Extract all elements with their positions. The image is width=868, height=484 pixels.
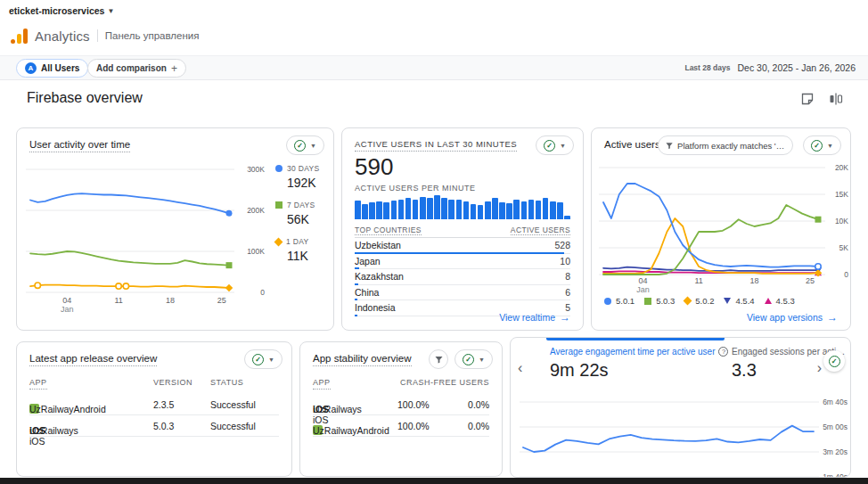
crash-free-pct: 100.0% [397,399,430,410]
table-row[interactable]: UzRailwayAndroid 100.0% 0.0% [313,415,489,437]
note-icon[interactable] [800,92,815,106]
minute-bar [391,201,397,219]
legend-marker-icon [604,298,611,305]
minute-bar [463,201,470,219]
legend-item: 5.0.2 [684,296,714,306]
col-crash-free: CRASH-FREE USERS [400,378,489,387]
app-version: 2.3.5 [153,399,174,410]
app-bar: Analytics Панель управления [11,28,199,44]
chart-status-menu[interactable]: ✓ ▼ [454,349,493,369]
title-metric[interactable]: Active users [604,139,660,150]
product-name: Analytics [35,29,90,44]
all-users-segment-chip[interactable]: A All Users [16,59,88,78]
table-row[interactable]: iOS UzRailways iOS 100.0% 0.0% [313,394,489,415]
check-circle-icon: ✓ [463,354,474,365]
date-range-picker[interactable]: Last 28 days Dec 30, 2025 - Jan 26, 2026 [684,62,856,73]
project-name: eticket-microservices [9,5,104,16]
y-axis: 20K15K10K5K0 [825,164,848,280]
app-version: 5.0.3 [153,421,174,431]
col-version: VERSION [153,378,192,387]
help-icon[interactable]: ? [718,347,728,357]
country-users: 528 [554,240,570,250]
legend-label: 5.0.3 [656,296,675,306]
legend-label: 4.5.3 [776,296,795,306]
country-row[interactable]: Japan 10 [355,254,570,270]
col-app: APP [313,378,331,390]
country-name: Japan [355,256,381,267]
legend-marker-icon [275,201,283,209]
minute-bar [478,205,484,219]
user-activity-card: User activity over time ✓ ▼ 300K200K100K… [16,127,334,331]
table-row[interactable]: UzRailwayAndroid 2.3.5 Successful [29,394,279,415]
legend-current-value: 192K [287,176,319,190]
chevron-right-icon[interactable]: › [817,361,822,375]
minute-bar [528,200,535,219]
minute-bar [398,200,405,219]
chart-legend: 5.0.15.0.35.0.24.5.44.5.3 [604,296,795,306]
legend-marker-icon [724,298,731,304]
chevron-down-icon: ▼ [310,143,316,149]
country-row[interactable]: China 6 [355,285,570,301]
app-name: UzRailways iOS [29,425,78,447]
per-minute-bar-chart [355,194,570,219]
country-name: Kazakhstan [355,271,404,282]
chart-status-menu[interactable]: ✓ ▼ [244,349,283,369]
y-axis-label: 200K [236,206,265,215]
arrow-right-icon: → [827,311,838,324]
chevron-down-icon: ▼ [560,143,566,149]
legend-marker-icon [644,298,651,305]
legend-marker-icon [765,298,772,304]
filter-button[interactable] [429,349,448,369]
engagement-chart [520,395,819,478]
minute-bar [506,203,512,219]
x-axis: 04Jan111825 [26,296,234,316]
minute-bar [499,202,505,219]
y-axis: 300K200K100K0 [236,166,265,299]
analytics-logo-icon [11,28,28,44]
minute-bar [434,195,440,219]
card-title: Latest app release overview [29,353,157,366]
table-header: APP CRASH-FREE USERS [313,378,489,392]
check-circle-icon: ✓ [294,140,306,152]
platform-filter-chip[interactable]: Platform exactly matches 'and... [658,135,793,155]
table-row[interactable]: iOS UzRailways iOS 5.0.3 Successful [29,415,279,437]
compare-reports-icon[interactable] [829,92,843,106]
x-axis: 04Jan111825 [599,276,825,296]
chart-status-menu[interactable]: ✓ ▼ [286,135,324,155]
project-switcher[interactable]: eticket-microservices ▼ [9,5,114,16]
users-header: ACTIVE USERS [511,226,570,235]
top-countries-table: TOP COUNTRIES ACTIVE USERS Uzbekistan 52… [355,225,570,316]
active-users-count: 590 [355,153,393,181]
chevron-down-icon: ▼ [107,7,114,15]
minute-bar [536,201,542,219]
y-axis-label: 3m 20s [821,447,848,456]
active-tab-indicator [546,338,725,340]
user-activity-chart [26,166,234,299]
chart-status-button[interactable]: ✓ [823,350,845,372]
y-axis-label: 20K [825,163,848,172]
minute-bar [543,198,549,219]
view-realtime-link[interactable]: View realtime → [499,311,570,324]
legend-label: 1 DAY [286,237,308,246]
col-app: APP [29,378,47,390]
country-row[interactable]: Uzbekistan 528 [355,238,570,254]
minute-bar [513,200,520,219]
chart-status-menu[interactable]: ✓ ▼ [536,135,574,155]
segment-label: All Users [41,63,79,73]
chevron-left-icon[interactable]: ‹ [518,361,522,375]
legend-item: 1 DAY11K [275,237,319,263]
minute-bar [485,201,491,219]
filter-chip-label: Platform exactly matches 'and... [677,141,785,151]
check-circle-icon: ✓ [829,356,840,367]
arrow-right-icon: → [560,311,570,324]
range-preset-label: Last 28 days [684,63,730,72]
tab-avg-engagement-time[interactable]: Average engagement time per active user … [550,347,728,381]
chart-status-menu[interactable]: ✓ ▼ [803,135,841,155]
country-row[interactable]: Kazakhstan 8 [355,269,570,285]
legend-label: 4.5.4 [735,296,754,306]
add-comparison-chip[interactable]: Add comparison + [87,59,186,78]
country-users: 8 [565,271,570,282]
view-app-versions-link[interactable]: View app versions → [747,311,838,324]
crash-pct: 0.0% [468,399,489,410]
country-name: Uzbekistan [355,240,401,250]
